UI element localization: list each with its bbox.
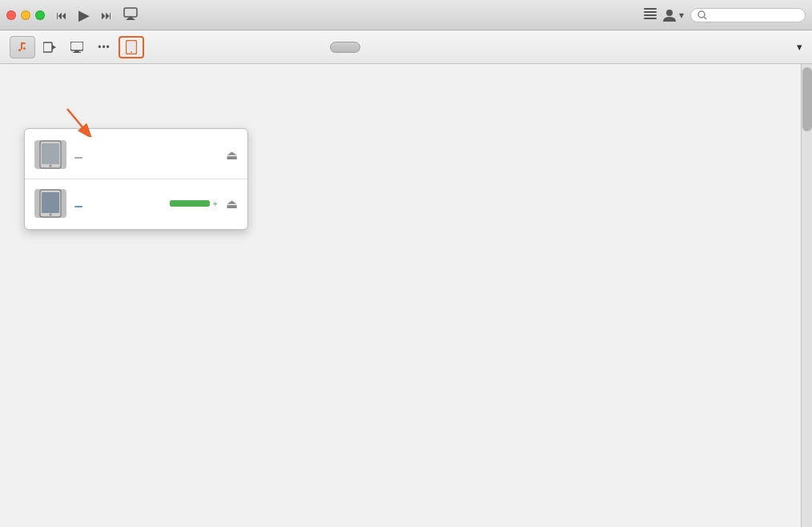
device-arrow-indicator <box>63 105 95 137</box>
svg-point-25 <box>50 165 52 167</box>
title-bar-right: ▾ <box>644 8 806 22</box>
svg-rect-13 <box>43 42 52 52</box>
music-nav-button[interactable] <box>10 36 35 58</box>
svg-rect-4 <box>644 14 657 16</box>
svg-rect-20 <box>127 42 135 50</box>
tab-match[interactable] <box>389 42 418 53</box>
progress-fill <box>170 200 210 207</box>
svg-line-8 <box>704 17 706 19</box>
device-item-thyviking[interactable]: + ⏏ <box>25 183 247 224</box>
device-progress: + <box>167 199 218 208</box>
svg-rect-16 <box>74 50 79 52</box>
sort-chevron-icon: ▾ <box>797 41 802 53</box>
more-nav-button[interactable]: ••• <box>91 36 117 58</box>
maximize-button[interactable] <box>35 10 45 20</box>
scrollbar[interactable] <box>801 64 812 527</box>
rewind-button[interactable]: ⏮ <box>54 7 69 23</box>
eject-button-josef[interactable]: ⏏ <box>226 147 238 163</box>
nav-tabs <box>330 42 447 53</box>
ipad-image-icon <box>39 140 62 169</box>
svg-rect-3 <box>644 11 657 13</box>
svg-rect-15 <box>70 42 83 50</box>
svg-rect-12 <box>21 42 22 50</box>
ipad-icon <box>126 40 137 54</box>
device-tag-josef <box>74 157 82 159</box>
film-icon <box>43 42 56 53</box>
minimize-button[interactable] <box>21 10 30 20</box>
airplay-button[interactable] <box>123 7 138 23</box>
svg-rect-27 <box>42 192 59 213</box>
device-info-josef <box>74 147 218 162</box>
device-nav-button[interactable] <box>119 36 144 58</box>
user-account-button[interactable]: ▾ <box>663 9 684 22</box>
ipad-device-icon <box>34 140 66 169</box>
ipad-device-icon-2 <box>34 189 66 218</box>
svg-rect-5 <box>644 18 657 19</box>
svg-rect-17 <box>73 52 81 53</box>
nav-bar: ••• ▾ <box>0 30 812 64</box>
main-content: ⏏ + ⏏ <box>0 64 812 527</box>
search-icon <box>697 10 707 20</box>
ipad-image-icon-2 <box>39 189 62 218</box>
device-info-thyviking <box>74 196 159 211</box>
list-view-button[interactable] <box>644 8 657 22</box>
svg-rect-9 <box>18 49 21 51</box>
charging-icon: + <box>213 199 218 208</box>
music-note-icon <box>16 41 29 54</box>
device-item-josef[interactable]: ⏏ <box>25 134 247 175</box>
tv-nav-button[interactable] <box>64 36 90 58</box>
video-nav-button[interactable] <box>37 36 62 58</box>
svg-rect-2 <box>644 8 657 10</box>
svg-point-7 <box>698 11 705 18</box>
tab-itunes-store[interactable] <box>418 42 447 53</box>
transport-controls: ⏮ ▶ ⏭ <box>54 5 114 26</box>
svg-marker-14 <box>52 45 56 50</box>
tab-playlist[interactable] <box>360 42 389 53</box>
monitor-icon <box>70 42 83 53</box>
progress-bar <box>170 200 210 207</box>
svg-rect-1 <box>124 8 137 17</box>
device-tag-thyviking <box>74 206 82 207</box>
traffic-lights <box>6 10 45 20</box>
svg-rect-10 <box>23 47 26 50</box>
play-button[interactable]: ▶ <box>77 5 91 26</box>
search-box[interactable] <box>690 8 806 22</box>
device-dropdown: ⏏ + ⏏ <box>24 128 248 230</box>
search-input[interactable] <box>710 10 798 20</box>
tab-my-music[interactable] <box>330 42 360 53</box>
svg-point-6 <box>666 10 673 16</box>
svg-point-28 <box>50 214 52 216</box>
album-sort[interactable]: ▾ <box>794 41 802 53</box>
fast-forward-button[interactable]: ⏭ <box>99 7 114 23</box>
eject-button-thyviking[interactable]: ⏏ <box>226 196 238 211</box>
svg-point-19 <box>131 51 132 53</box>
svg-rect-24 <box>42 143 59 164</box>
user-chevron-icon: ▾ <box>679 10 684 21</box>
dropdown-divider <box>25 179 247 179</box>
icon-bar: ••• <box>10 36 144 58</box>
title-bar: ⏮ ▶ ⏭ ▾ <box>0 0 812 30</box>
svg-line-22 <box>67 109 87 133</box>
close-button[interactable] <box>6 10 16 20</box>
